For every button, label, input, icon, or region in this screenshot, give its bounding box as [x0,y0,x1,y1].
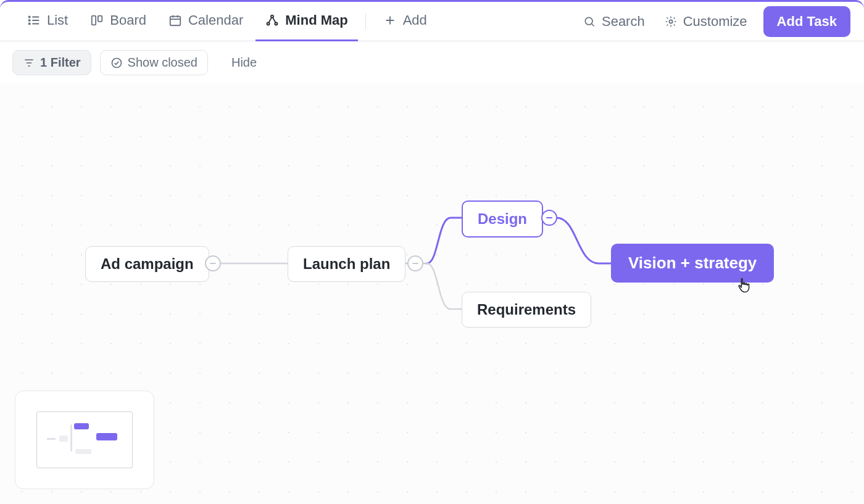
list-icon [27,14,41,27]
hide-button[interactable]: Hide [231,56,257,70]
tab-calendar[interactable]: Calendar [159,2,253,41]
search-button[interactable]: Search [579,10,649,33]
tab-list-label: List [47,12,68,28]
svg-point-12 [271,15,273,18]
filter-icon [23,57,35,69]
node-requirements[interactable]: Requirements [462,292,591,328]
node-ad-campaign-label: Ad campaign [101,255,194,272]
tab-mind-map-label: Mind Map [285,12,347,28]
search-label: Search [602,14,645,30]
svg-rect-7 [98,16,102,22]
svg-point-13 [267,22,270,25]
show-closed-chip[interactable]: Show closed [100,50,208,75]
view-tabs-bar: List Board Calendar Mind Map Add Search … [0,2,864,41]
add-task-label: Add Task [777,14,837,29]
svg-point-5 [29,23,30,24]
collapse-handle-launch-plan[interactable] [407,255,423,271]
tab-board[interactable]: Board [80,2,156,41]
node-launch-plan[interactable]: Launch plan [288,246,405,282]
svg-point-23 [112,58,121,67]
cursor-pointer-icon [736,277,753,294]
check-circle-icon [110,57,123,69]
tab-calendar-label: Calendar [188,12,243,28]
search-icon [583,15,596,28]
show-closed-label: Show closed [128,56,197,70]
tab-list[interactable]: List [17,2,78,41]
svg-point-3 [29,16,30,17]
svg-rect-8 [170,17,181,26]
svg-point-19 [669,20,672,23]
filter-bar: 1 Filter Show closed Hide [0,41,864,84]
toolbar-right: Search Customize Add Task [579,6,850,37]
tab-separator [365,14,366,30]
calendar-icon [168,14,182,27]
node-design[interactable]: Design [462,200,543,238]
tab-mind-map[interactable]: Mind Map [255,2,357,41]
tab-add-view[interactable]: Add [373,2,437,41]
svg-point-17 [585,17,592,25]
customize-label: Customize [683,14,747,30]
svg-line-18 [592,23,594,26]
node-requirements-label: Requirements [477,301,576,318]
view-tabs: List Board Calendar Mind Map Add [17,2,437,41]
filter-chip-label: 1 Filter [40,56,81,70]
collapse-handle-design[interactable] [541,210,557,226]
gear-icon [665,15,677,28]
add-task-button[interactable]: Add Task [763,6,850,37]
minimap-viewport [36,411,133,468]
plus-icon [383,14,397,27]
node-vision-strategy-label: Vision + strategy [628,254,757,272]
board-icon [90,14,104,27]
svg-point-14 [275,22,278,25]
collapse-handle-ad-campaign[interactable] [205,255,221,271]
svg-point-4 [29,20,30,21]
mind-map-icon [265,14,279,27]
filter-chip[interactable]: 1 Filter [12,50,91,75]
minimap[interactable] [15,390,154,489]
node-ad-campaign[interactable]: Ad campaign [85,246,209,282]
node-design-label: Design [478,210,527,227]
tab-board-label: Board [110,12,146,28]
customize-button[interactable]: Customize [661,10,751,33]
node-launch-plan-label: Launch plan [303,255,390,272]
hide-label: Hide [231,56,257,69]
tab-add-label: Add [403,12,427,28]
svg-rect-6 [92,16,96,25]
mind-map-canvas[interactable]: Ad campaign Launch plan Design Requireme… [0,83,864,504]
